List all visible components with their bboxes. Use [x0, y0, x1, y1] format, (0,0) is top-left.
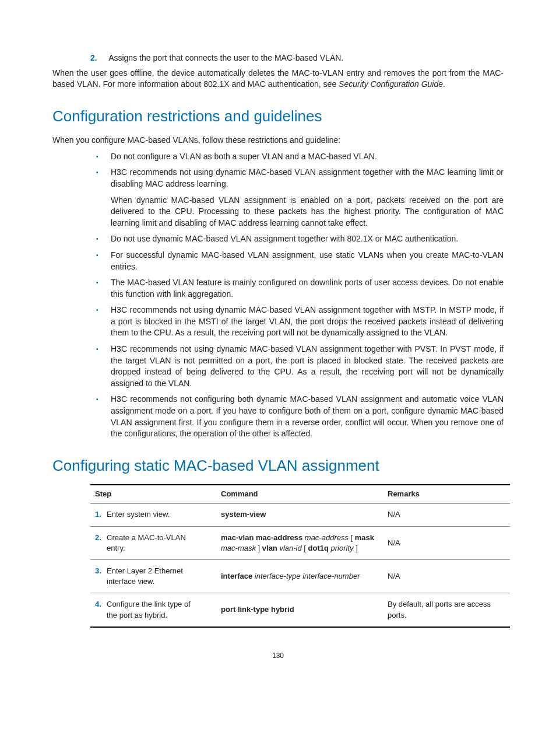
step-number: 4. — [95, 599, 107, 610]
th-command: Command — [216, 485, 383, 503]
table-row: 2.Create a MAC-to-VLAN entry.mac-vlan ma… — [90, 526, 510, 559]
list-item: For successful dynamic MAC-based VLAN as… — [90, 250, 504, 272]
list-item: H3C recommends not using dynamic MAC-bas… — [90, 344, 504, 389]
step-number: 2. — [95, 533, 107, 543]
list-item: Do not use dynamic MAC-based VLAN assign… — [90, 233, 504, 245]
step-text: Configure the link type of the port as h… — [107, 599, 194, 620]
cell-step: 3.Enter Layer 2 Ethernet interface view. — [90, 559, 216, 593]
cmd-part: system-view — [221, 510, 266, 519]
ordered-item: 2. Assigns the port that connects the us… — [90, 52, 504, 64]
cmd-part: [ — [302, 544, 308, 552]
cell-step: 2.Create a MAC-to-VLAN entry. — [90, 526, 216, 559]
cmd-part: vlan — [262, 544, 280, 552]
list-item-text: Do not configure a VLAN as both a super … — [111, 152, 377, 161]
heading-restrictions: Configuration restrictions and guideline… — [52, 106, 504, 127]
step-number: 1. — [95, 509, 107, 520]
list-item-subtext: When dynamic MAC-based VLAN assignment i… — [111, 195, 504, 229]
cmd-part: mac-mask — [221, 544, 256, 552]
intro-b: Security Configuration Guide — [339, 79, 443, 89]
list-item: H3C recommends not configuring both dyna… — [90, 394, 504, 439]
cell-step: 1.Enter system view. — [90, 503, 216, 526]
bullet-list: Do not configure a VLAN as both a super … — [90, 151, 504, 440]
cell-command: mac-vlan mac-address mac-address [ mask … — [216, 526, 383, 559]
cmd-part: mac-address — [305, 533, 349, 542]
cell-step: 4.Configure the link type of the port as… — [90, 593, 216, 627]
list-item-text: H3C recommends not using dynamic MAC-bas… — [111, 305, 504, 337]
list-item-text: H3C recommends not configuring both dyna… — [111, 394, 504, 438]
cell-remarks: N/A — [383, 526, 510, 559]
step-text: Enter Layer 2 Ethernet interface view. — [107, 566, 194, 587]
cmd-part: port link-type hybrid — [221, 605, 294, 614]
th-remarks: Remarks — [383, 485, 510, 503]
cell-remarks: By default, all ports are access ports. — [383, 593, 510, 627]
cmd-part: priority — [331, 544, 354, 552]
list-item-text: The MAC-based VLAN feature is mainly con… — [111, 278, 504, 299]
cell-remarks: N/A — [383, 503, 510, 526]
list-item: The MAC-based VLAN feature is mainly con… — [90, 277, 504, 300]
cmd-part: mac-vlan mac-address — [221, 533, 305, 542]
cmd-part: interface-type interface-number — [255, 572, 360, 580]
intro-c: . — [443, 79, 445, 89]
list-item-text: H3C recommends not using dynamic MAC-bas… — [111, 344, 504, 388]
cell-remarks: N/A — [383, 559, 510, 593]
cell-command: interface interface-type interface-numbe… — [216, 559, 383, 593]
table-row: 3.Enter Layer 2 Ethernet interface view.… — [90, 559, 510, 593]
list-item-text: Do not use dynamic MAC-based VLAN assign… — [111, 234, 458, 243]
command-table: Step Command Remarks 1.Enter system view… — [90, 484, 510, 628]
cmd-part: [ — [349, 533, 355, 542]
cmd-part: dot1q — [308, 544, 331, 552]
cmd-part: interface — [221, 572, 255, 580]
ordered-number: 2. — [90, 52, 107, 64]
list-item-text: For successful dynamic MAC-based VLAN as… — [111, 250, 504, 271]
restrictions-intro: When you configure MAC-based VLANs, foll… — [52, 135, 504, 146]
ordered-text: Assigns the port that connects the user … — [108, 53, 343, 62]
page-number: 130 — [52, 651, 504, 661]
step-number: 3. — [95, 566, 107, 576]
list-item-text: H3C recommends not using dynamic MAC-bas… — [111, 167, 504, 188]
list-item: H3C recommends not using dynamic MAC-bas… — [90, 304, 504, 339]
cmd-part: ] — [256, 544, 262, 552]
list-item: Do not configure a VLAN as both a super … — [90, 151, 504, 163]
table-row: 1.Enter system view.system-viewN/A — [90, 503, 510, 526]
cmd-part: vlan-id — [279, 544, 301, 552]
cmd-part: ] — [354, 544, 358, 552]
list-item: H3C recommends not using dynamic MAC-bas… — [90, 167, 504, 229]
cmd-part: mask — [355, 533, 374, 542]
th-step: Step — [90, 485, 216, 503]
cell-command: system-view — [216, 503, 383, 526]
step-text: Enter system view. — [107, 509, 194, 520]
heading-static-config: Configuring static MAC-based VLAN assign… — [52, 455, 504, 476]
table-row: 4.Configure the link type of the port as… — [90, 593, 510, 627]
step-text: Create a MAC-to-VLAN entry. — [107, 533, 194, 554]
intro-paragraph: When the user goes offline, the device a… — [52, 68, 504, 90]
cell-command: port link-type hybrid — [216, 593, 383, 627]
